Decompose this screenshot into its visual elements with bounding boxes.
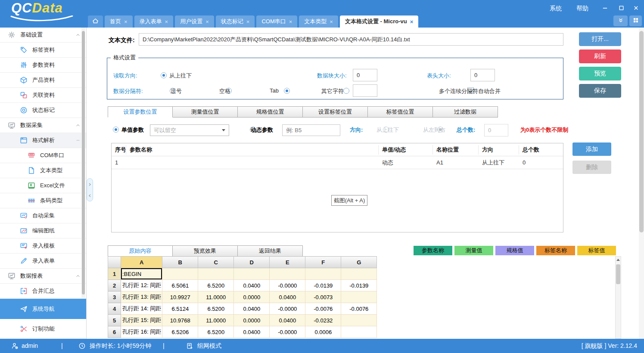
maximize-button[interactable] [616, 3, 626, 12]
sidebar-item-edit-drawing[interactable]: 编辑图纸 [0, 223, 86, 238]
cell-A2[interactable]: 孔行距 12: 间距 [121, 280, 162, 291]
cell-C5[interactable]: 11.0000 [198, 315, 234, 326]
cell-F4[interactable]: -0.0076 [305, 303, 341, 315]
row-header-5[interactable]: 5 [108, 315, 121, 326]
sheet-corner-cell[interactable] [108, 257, 121, 268]
collapse-minus-icon[interactable] [75, 137, 81, 143]
cell-D1[interactable] [234, 268, 270, 280]
sidebar-item-merge-summary[interactable]: 合并汇总 [0, 284, 86, 299]
sidebar-scrollbar-thumb[interactable] [82, 31, 85, 294]
chevron-up-icon[interactable] [75, 32, 81, 38]
close-tab-icon[interactable]: × [410, 19, 414, 25]
menu-help[interactable]: 帮助 [576, 5, 588, 12]
cell-G3[interactable] [341, 291, 377, 303]
total-count-input[interactable] [484, 124, 508, 136]
cell-D3[interactable]: 0.0000 [234, 291, 270, 303]
sidebar-item-barcode-type[interactable]: 条码类型 [0, 193, 86, 208]
close-tab-icon[interactable]: × [330, 19, 333, 25]
sidebar-item-label-data[interactable]: 标签资料 [0, 43, 86, 58]
cell-A5[interactable]: 孔行距 15: 间距 [121, 315, 162, 326]
col-header-F[interactable]: F [305, 257, 341, 268]
add-button[interactable]: 添加 [572, 142, 611, 156]
cell-B6[interactable]: 6.5206 [162, 326, 198, 338]
preview-button[interactable]: 预览 [579, 67, 621, 81]
close-tab-icon[interactable]: × [165, 19, 168, 25]
dynamic-cell-input[interactable] [282, 124, 340, 136]
row-header-4[interactable]: 4 [108, 303, 121, 315]
spreadsheet-scrollbar-thumb[interactable] [616, 264, 620, 284]
sidebar-item-entry-form[interactable]: 录入表单 [0, 254, 86, 269]
delete-button[interactable]: 删除 [572, 161, 611, 174]
tab-homepage[interactable]: 首页× [105, 15, 133, 28]
sidebar-item-com-serial[interactable]: COM串口 [0, 148, 86, 163]
row-header-2[interactable]: 2 [108, 280, 121, 291]
other-separator-input[interactable] [353, 84, 377, 97]
sidebar-item-product-data[interactable]: 产品资料 [0, 73, 86, 88]
cell-G2[interactable]: -0.0139 [341, 280, 377, 291]
menu-system[interactable]: 系统 [550, 5, 562, 12]
tab-label-value-position[interactable]: 标签值位置 [368, 106, 433, 118]
cell-E3[interactable]: 0.0400 [270, 291, 305, 303]
cell-B1[interactable] [162, 268, 198, 280]
cell-A6[interactable]: 孔行距 16: 间距 [121, 326, 162, 338]
file-path-input[interactable] [139, 33, 563, 46]
tab-status-mark[interactable]: 状态标记× [216, 15, 255, 28]
cell-G4[interactable]: -0.0076 [341, 303, 377, 315]
tab-raw-content[interactable]: 原始内容 [108, 245, 173, 257]
param-table-row[interactable]: 1动态A1从上往下0 [112, 156, 563, 169]
save-button[interactable]: 保存 [579, 84, 621, 98]
cell-D6[interactable]: 0.0400 [234, 326, 270, 338]
col-header-A[interactable]: A [121, 257, 162, 268]
cell-F2[interactable]: -0.0139 [305, 280, 341, 291]
sidebar-item-status-mark[interactable]: 状态标记 [0, 103, 86, 118]
tab-filter-data[interactable]: 过滤数据 [433, 106, 498, 118]
open-button[interactable]: 打开... [579, 32, 621, 46]
cell-C1[interactable] [198, 268, 234, 280]
cell-C4[interactable]: 6.5200 [198, 303, 234, 315]
single-param-radio[interactable] [113, 127, 119, 133]
cell-G5[interactable] [341, 315, 377, 326]
row-header-6[interactable]: 6 [108, 326, 121, 338]
cell-G1[interactable] [341, 268, 377, 280]
cell-F1[interactable] [305, 268, 341, 280]
tab-spec-value-position[interactable]: 规格值位置 [238, 106, 303, 118]
tab-grid-button[interactable] [629, 15, 642, 26]
cell-G6[interactable] [341, 326, 377, 338]
cell-E2[interactable]: -0.0000 [270, 280, 305, 291]
close-tab-icon[interactable]: × [124, 19, 128, 25]
col-header-C[interactable]: C [198, 257, 234, 268]
sidebar-item-basic-settings[interactable]: 基础设置 [0, 28, 86, 43]
sidebar-item-text-type[interactable]: 文本类型 [0, 163, 86, 178]
sidebar-item-custom-func[interactable]: 订制功能 [0, 319, 86, 339]
block-size-input[interactable] [353, 69, 377, 81]
read-direction-radio-top-down[interactable] [161, 72, 167, 78]
tab-set-param-position[interactable]: 设置参数位置 [108, 106, 173, 118]
sidebar-item-data-report[interactable]: 数据报表 [0, 269, 86, 284]
tab-text-type[interactable]: 文本类型× [299, 15, 338, 28]
tab-entry-form[interactable]: 录入表单× [134, 15, 174, 28]
tab-measure-value-position[interactable]: 测量值位置 [173, 106, 238, 118]
chevron-up-icon[interactable] [75, 273, 81, 279]
close-tab-icon[interactable]: × [246, 19, 250, 25]
cell-F5[interactable]: -0.0232 [305, 315, 341, 326]
scroll-up-icon[interactable] [616, 257, 621, 263]
col-header-B[interactable]: B [162, 257, 198, 268]
col-header-D[interactable]: D [234, 257, 270, 268]
cell-F3[interactable]: -0.0073 [305, 291, 341, 303]
close-tab-icon[interactable]: × [205, 19, 209, 25]
sidebar-item-auto-collect[interactable]: 自动采集 [0, 208, 86, 223]
cell-B3[interactable]: 10.9927 [162, 291, 198, 303]
cell-F6[interactable]: 0.0006 [305, 326, 341, 338]
cell-E5[interactable]: 0.0400 [270, 315, 305, 326]
separator-radio-other[interactable] [343, 88, 349, 94]
sidebar-item-data-collect[interactable]: 数据采集 [0, 118, 86, 133]
sidebar-item-system-nav[interactable]: 系统导航 [0, 299, 86, 319]
col-header-E[interactable]: E [270, 257, 305, 268]
tab-set-label-position[interactable]: 设置标签位置 [303, 106, 368, 118]
cell-B2[interactable]: 6.5061 [162, 280, 198, 291]
collapse-tabs-button[interactable] [613, 15, 628, 26]
header-size-input[interactable] [470, 69, 495, 81]
row-header-1[interactable]: 1 [108, 268, 121, 280]
tab-home[interactable] [88, 15, 103, 28]
cell-A3[interactable]: 孔行距 13: 间距 [121, 291, 162, 303]
